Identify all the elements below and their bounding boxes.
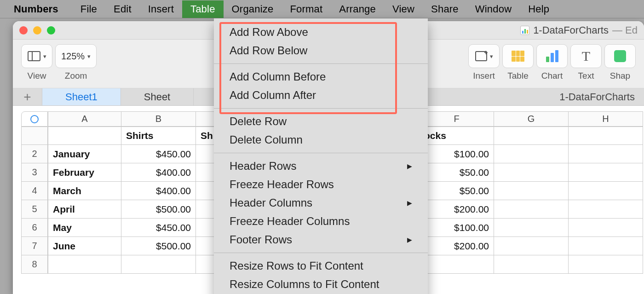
cell[interactable]: $200.00 bbox=[420, 237, 494, 255]
cell[interactable]: $450.00 bbox=[121, 145, 196, 163]
row-header[interactable]: 6 bbox=[21, 219, 48, 237]
tab-sheet2[interactable]: Sheet bbox=[121, 88, 194, 105]
menu-format[interactable]: Format bbox=[282, 0, 331, 18]
menu-edit[interactable]: Edit bbox=[105, 0, 140, 18]
column-header[interactable]: F bbox=[420, 111, 494, 127]
cell[interactable] bbox=[569, 200, 643, 219]
document-icon bbox=[520, 26, 529, 35]
row-header[interactable]: 7 bbox=[21, 237, 48, 255]
table-button[interactable] bbox=[502, 44, 534, 68]
close-window-button[interactable] bbox=[19, 26, 28, 35]
menu-window[interactable]: Window bbox=[467, 0, 520, 18]
menu-organize[interactable]: Organize bbox=[224, 0, 282, 18]
cell[interactable]: April bbox=[48, 200, 121, 219]
menu-footer-rows[interactable]: Footer Rows bbox=[214, 231, 428, 249]
add-sheet-button[interactable]: + bbox=[13, 88, 42, 105]
menu-add-row-above[interactable]: Add Row Above bbox=[214, 23, 428, 41]
cell[interactable] bbox=[569, 237, 643, 255]
tab-sheet1[interactable]: Sheet1 bbox=[42, 88, 121, 105]
cell[interactable] bbox=[494, 182, 569, 200]
text-label: Text bbox=[578, 71, 594, 81]
cell[interactable]: $400.00 bbox=[121, 163, 196, 182]
cell[interactable] bbox=[121, 255, 196, 274]
cell[interactable]: $500.00 bbox=[121, 237, 196, 255]
menu-arrange[interactable]: Arrange bbox=[331, 0, 384, 18]
menu-delete-row[interactable]: Delete Row bbox=[214, 112, 428, 131]
row-header[interactable]: 5 bbox=[21, 200, 48, 219]
cell[interactable] bbox=[494, 163, 569, 182]
shape-icon bbox=[614, 50, 626, 62]
menu-delete-column[interactable]: Delete Column bbox=[214, 131, 428, 149]
cell[interactable] bbox=[569, 163, 643, 182]
cell[interactable] bbox=[569, 255, 643, 274]
view-label: View bbox=[28, 71, 46, 81]
cell[interactable]: $50.00 bbox=[420, 182, 494, 200]
menu-file[interactable]: File bbox=[72, 0, 105, 18]
view-button[interactable]: ▾ bbox=[21, 44, 52, 68]
cell[interactable] bbox=[48, 127, 121, 145]
row-header[interactable]: 3 bbox=[21, 163, 48, 182]
cell[interactable] bbox=[569, 219, 643, 237]
shape-button[interactable] bbox=[604, 44, 636, 68]
cell[interactable] bbox=[48, 255, 121, 274]
cell[interactable]: March bbox=[48, 182, 121, 200]
cell[interactable]: $450.00 bbox=[121, 219, 196, 237]
table-label: Table bbox=[507, 71, 528, 81]
menu-add-row-below[interactable]: Add Row Below bbox=[214, 41, 428, 60]
row-header[interactable]: 8 bbox=[21, 255, 48, 274]
menu-resize-columns-fit[interactable]: Resize Columns to Fit Content bbox=[214, 275, 428, 294]
menu-freeze-header-rows[interactable]: Freeze Header Rows bbox=[214, 175, 428, 194]
cell[interactable]: $100.00 bbox=[420, 219, 494, 237]
text-button[interactable]: T bbox=[570, 44, 602, 68]
select-all-corner[interactable] bbox=[21, 111, 48, 127]
menu-header-rows[interactable]: Header Rows bbox=[214, 157, 428, 175]
cell[interactable] bbox=[569, 145, 643, 163]
cell[interactable]: May bbox=[48, 219, 121, 237]
cell[interactable] bbox=[494, 200, 569, 219]
menu-help[interactable]: Help bbox=[520, 0, 558, 18]
cell[interactable]: Shirts bbox=[121, 127, 196, 145]
column-header[interactable]: G bbox=[494, 111, 569, 127]
cell[interactable] bbox=[494, 255, 569, 274]
row-header[interactable] bbox=[21, 127, 48, 145]
zoom-button[interactable]: 125% ▾ bbox=[55, 44, 97, 68]
table-menu-dropdown: Add Row Above Add Row Below Add Column B… bbox=[214, 18, 428, 294]
cell[interactable]: $200.00 bbox=[420, 200, 494, 219]
cell[interactable] bbox=[569, 182, 643, 200]
column-header[interactable]: A bbox=[48, 111, 121, 127]
menu-bar: Numbers File Edit Insert Table Organize … bbox=[0, 0, 644, 18]
cell[interactable]: February bbox=[48, 163, 121, 182]
cell[interactable]: $400.00 bbox=[121, 182, 196, 200]
menu-header-columns[interactable]: Header Columns bbox=[214, 194, 428, 212]
menu-view[interactable]: View bbox=[384, 0, 423, 18]
menu-resize-rows-fit[interactable]: Resize Rows to Fit Content bbox=[214, 257, 428, 275]
cell[interactable] bbox=[420, 255, 494, 274]
insert-button[interactable]: ▾ bbox=[468, 44, 500, 68]
cell[interactable]: $100.00 bbox=[420, 145, 494, 163]
cell[interactable]: June bbox=[48, 237, 121, 255]
cell[interactable] bbox=[494, 145, 569, 163]
menu-share[interactable]: Share bbox=[423, 0, 467, 18]
menu-insert[interactable]: Insert bbox=[140, 0, 182, 18]
menu-add-column-before[interactable]: Add Column Before bbox=[214, 68, 428, 86]
cell[interactable]: January bbox=[48, 145, 121, 163]
cell[interactable] bbox=[494, 219, 569, 237]
zoom-window-button[interactable] bbox=[47, 26, 55, 35]
menu-add-column-after[interactable]: Add Column After bbox=[214, 86, 428, 104]
cell[interactable] bbox=[569, 127, 643, 145]
cell[interactable] bbox=[494, 237, 569, 255]
app-menu[interactable]: Numbers bbox=[14, 3, 58, 15]
menu-table[interactable]: Table bbox=[182, 0, 224, 18]
minimize-window-button[interactable] bbox=[33, 26, 41, 35]
cell[interactable] bbox=[494, 127, 569, 145]
cell[interactable]: $50.00 bbox=[420, 163, 494, 182]
menu-freeze-header-cols[interactable]: Freeze Header Columns bbox=[214, 212, 428, 231]
column-header[interactable]: B bbox=[121, 111, 196, 127]
document-title-suffix: — Ed bbox=[612, 24, 638, 36]
column-header[interactable]: H bbox=[569, 111, 643, 127]
row-header[interactable]: 2 bbox=[21, 145, 48, 163]
chart-button[interactable] bbox=[536, 44, 568, 68]
row-header[interactable]: 4 bbox=[21, 182, 48, 200]
cell[interactable]: $500.00 bbox=[121, 200, 196, 219]
cell[interactable]: ocks bbox=[420, 127, 494, 145]
